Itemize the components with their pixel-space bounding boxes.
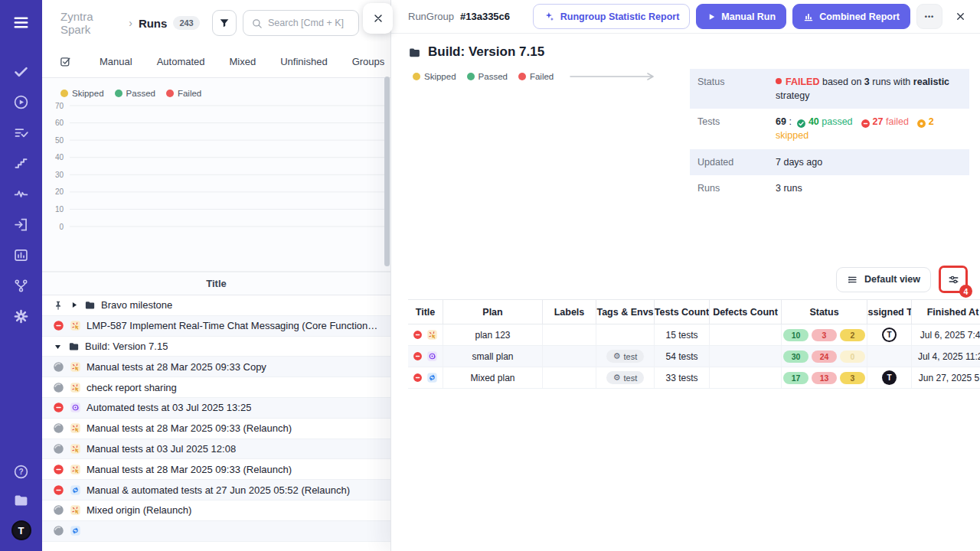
search-input[interactable] — [268, 18, 352, 28]
line-chart — [408, 84, 690, 251]
failed-status-icon — [53, 320, 64, 331]
projects-folder-icon[interactable] — [13, 492, 29, 508]
finished-cell: Jun 27, 2025 5:5 — [912, 367, 980, 388]
run-title: Build: Version 7.15 — [85, 341, 168, 352]
gear-icon: ⚙ — [613, 373, 621, 383]
defects-cell — [710, 324, 782, 345]
sliders-icon — [947, 273, 960, 286]
run-row[interactable]: Manual tests at 03 Jul 2025 12:08 — [42, 439, 390, 460]
sidebar-item-settings[interactable] — [13, 308, 29, 324]
scrollbar[interactable] — [384, 73, 390, 551]
tag-pill: ⚙test — [606, 350, 645, 363]
rungroup-runs-table: Title Plan Labels Tags & Envs Tests Coun… — [408, 299, 980, 389]
run-title: Manual tests at 28 Mar 2025 09:33 (Relau… — [87, 422, 292, 434]
sidebar-item-milestones[interactable] — [13, 155, 29, 171]
select-all-icon[interactable] — [59, 55, 72, 68]
rungroup-run-row[interactable]: small plan⚙test54 tests30240Jul 4, 2025 … — [408, 346, 980, 367]
sidebar-item-analytics[interactable] — [13, 247, 29, 263]
filter-button[interactable] — [212, 10, 237, 36]
skipped-dot-icon — [413, 73, 420, 80]
combined-report-button[interactable]: Combined Report — [792, 4, 910, 29]
assigned-cell: T — [867, 367, 912, 388]
run-title: LMP-587 Implement Real-Time Chat Messagi… — [87, 320, 383, 331]
help-icon[interactable] — [13, 464, 29, 480]
run-status-cell — [408, 346, 443, 367]
finished-status-icon — [53, 443, 64, 455]
rungroup-heading: Build: Version 7.15 — [408, 44, 969, 60]
run-row[interactable]: Automated tests at 03 Jul 2025 13:25 — [42, 398, 390, 419]
tab-groups[interactable]: Groups — [340, 56, 390, 67]
runs-count-badge: 243 — [173, 16, 199, 30]
more-button[interactable]: ••• — [916, 4, 942, 29]
sidebar-item-import[interactable] — [13, 217, 29, 233]
run-row[interactable]: Manual tests at 28 Mar 2025 09:33 Copy — [42, 357, 390, 377]
status-row: Status FAILED based on 3 runs with reali… — [690, 69, 969, 109]
rungroup-run-row[interactable]: Mixed plan⚙test33 tests17133TJun 27, 202… — [408, 367, 980, 389]
manual-run-button[interactable]: Manual Run — [696, 4, 786, 29]
run-row[interactable]: check report sharing — [42, 377, 390, 398]
status-cell: 17133 — [782, 367, 867, 388]
run-title: Manual tests at 03 Jul 2025 12:08 — [87, 443, 236, 455]
run-row[interactable]: Manual tests at 28 Mar 2025 09:33 (Relau… — [42, 419, 390, 439]
svg-text:60: 60 — [55, 119, 64, 127]
svg-text:30: 30 — [55, 171, 64, 179]
tests-count-cell: 15 tests — [655, 324, 710, 345]
tag-pill: ⚙test — [606, 371, 645, 384]
tab-automated[interactable]: Automated — [145, 56, 217, 67]
finished-status-icon — [53, 422, 64, 434]
legend-failed: Failed — [166, 89, 201, 98]
rungroup-run-row[interactable]: plan 12315 tests1032TJul 6, 2025 7:40 — [408, 324, 980, 346]
tags-cell — [596, 324, 655, 345]
legend-skipped: Skipped — [60, 89, 104, 98]
assigned-cell: T — [867, 324, 912, 345]
run-row[interactable] — [42, 521, 390, 542]
default-view-button[interactable]: Default view — [836, 267, 931, 292]
runs-tabs: Manual Automated Mixed Unfinished Groups… — [42, 46, 390, 78]
tab-manual[interactable]: Manual — [87, 56, 145, 67]
svg-text:0: 0 — [59, 223, 64, 231]
sidebar-item-pulse[interactable] — [13, 186, 29, 202]
sparkles-icon — [544, 11, 555, 22]
failed-status-icon — [53, 484, 64, 496]
plan-cell: Mixed plan — [443, 367, 543, 388]
run-title: Mixed origin (Relaunch) — [87, 504, 191, 516]
robot-icon — [70, 402, 81, 413]
run-status-cell — [408, 324, 443, 345]
search-icon — [251, 18, 263, 29]
area-chart: 010203040506070 — [42, 99, 388, 271]
tab-mixed[interactable]: Mixed — [217, 56, 269, 67]
pin-icon — [53, 300, 64, 311]
run-row[interactable]: Manual & automated tests at 27 Jun 2025 … — [42, 480, 390, 500]
run-row[interactable]: LMP-587 Implement Real-Time Chat Messagi… — [42, 316, 390, 337]
minus-circle-icon — [861, 119, 871, 129]
legend-skipped: Skipped — [413, 72, 456, 81]
user-avatar[interactable]: T — [11, 520, 31, 540]
search-box[interactable] — [243, 10, 359, 36]
rungroup-statistic-report-button[interactable]: Rungroup Statistic Report — [533, 4, 691, 29]
failed-status-icon — [413, 330, 423, 340]
close-icon[interactable] — [952, 8, 969, 26]
updated-row: Updated 7 days ago — [690, 149, 969, 175]
run-title: Automated tests at 03 Jul 2025 13:25 — [87, 402, 251, 413]
hamburger-icon[interactable] — [12, 14, 30, 31]
run-row[interactable]: Mixed origin (Relaunch) — [42, 500, 390, 521]
runs-row: Runs 3 runs — [690, 175, 969, 201]
breadcrumb-project[interactable]: Zyntra Spark — [60, 10, 122, 36]
run-row[interactable]: Manual tests at 28 Mar 2025 09:33 (Relau… — [42, 459, 390, 480]
finished-cell: Jul 6, 2025 7:40 — [912, 324, 980, 345]
run-row[interactable]: Bravo milestone — [42, 295, 390, 316]
passed-dot-icon — [115, 90, 122, 97]
sidebar-item-runs[interactable] — [13, 94, 29, 110]
spark-icon — [70, 464, 81, 475]
spark-icon — [70, 443, 81, 455]
run-row[interactable]: Build: Version 7.15 — [42, 337, 390, 357]
drawer-close-button[interactable] — [363, 3, 393, 34]
sidebar-item-tests[interactable] — [13, 64, 29, 80]
rungroup-info: Status FAILED based on 3 runs with reali… — [690, 69, 969, 201]
svg-text:50: 50 — [55, 136, 64, 145]
sidebar-item-plans[interactable] — [13, 125, 29, 141]
sidebar-item-branches[interactable] — [13, 278, 29, 294]
table-body: plan 12315 tests1032TJul 6, 2025 7:40sma… — [408, 324, 980, 389]
labels-cell — [543, 324, 596, 345]
tab-unfinished[interactable]: Unfinished — [268, 56, 339, 67]
